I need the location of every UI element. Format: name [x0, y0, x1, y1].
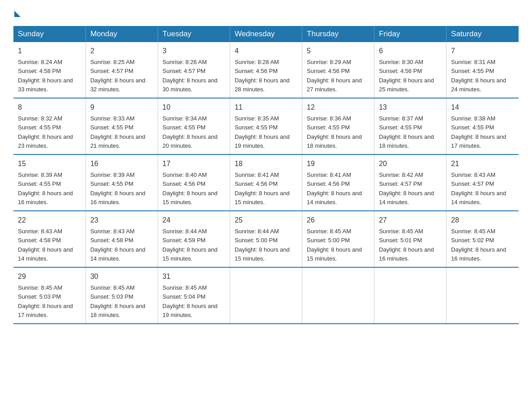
- day-number: 11: [235, 102, 297, 113]
- day-cell-20: 20Sunrise: 8:42 AMSunset: 4:57 PMDayligh…: [374, 154, 446, 211]
- day-info: Sunrise: 8:44 AMSunset: 5:00 PMDaylight:…: [235, 228, 290, 262]
- day-info: Sunrise: 8:35 AMSunset: 4:55 PMDaylight:…: [235, 115, 290, 149]
- day-info: Sunrise: 8:26 AMSunset: 4:57 PMDaylight:…: [163, 59, 218, 93]
- empty-cell: [230, 267, 302, 324]
- day-info: Sunrise: 8:36 AMSunset: 4:55 PMDaylight:…: [307, 115, 362, 149]
- header-wednesday: Wednesday: [230, 26, 302, 42]
- day-number: 5: [307, 46, 369, 56]
- empty-cell: [446, 267, 519, 324]
- day-number: 10: [163, 102, 225, 113]
- day-cell-3: 3Sunrise: 8:26 AMSunset: 4:57 PMDaylight…: [158, 42, 230, 98]
- day-info: Sunrise: 8:43 AMSunset: 4:57 PMDaylight:…: [451, 171, 506, 206]
- day-cell-12: 12Sunrise: 8:36 AMSunset: 4:55 PMDayligh…: [302, 98, 374, 154]
- day-info: Sunrise: 8:31 AMSunset: 4:55 PMDaylight:…: [451, 59, 506, 93]
- day-cell-23: 23Sunrise: 8:43 AMSunset: 4:58 PMDayligh…: [86, 211, 158, 267]
- day-info: Sunrise: 8:32 AMSunset: 4:55 PMDaylight:…: [18, 115, 73, 149]
- day-number: 17: [163, 158, 225, 169]
- day-number: 30: [90, 271, 153, 282]
- day-number: 23: [90, 215, 153, 226]
- day-info: Sunrise: 8:43 AMSunset: 4:58 PMDaylight:…: [18, 228, 73, 262]
- day-info: Sunrise: 8:45 AMSunset: 5:02 PMDaylight:…: [451, 228, 506, 262]
- day-cell-27: 27Sunrise: 8:45 AMSunset: 5:01 PMDayligh…: [374, 211, 446, 267]
- day-number: 14: [451, 102, 514, 113]
- header-saturday: Saturday: [446, 26, 519, 42]
- day-info: Sunrise: 8:25 AMSunset: 4:57 PMDaylight:…: [90, 59, 146, 93]
- day-info: Sunrise: 8:45 AMSunset: 5:00 PMDaylight:…: [307, 228, 362, 262]
- day-cell-15: 15Sunrise: 8:39 AMSunset: 4:55 PMDayligh…: [13, 154, 86, 211]
- header-monday: Monday: [86, 26, 158, 42]
- day-info: Sunrise: 8:39 AMSunset: 4:55 PMDaylight:…: [18, 171, 73, 206]
- calendar-table: SundayMondayTuesdayWednesdayThursdayFrid…: [13, 26, 519, 324]
- day-number: 20: [379, 158, 442, 169]
- day-info: Sunrise: 8:41 AMSunset: 4:56 PMDaylight:…: [307, 171, 362, 206]
- day-cell-17: 17Sunrise: 8:40 AMSunset: 4:56 PMDayligh…: [158, 154, 230, 211]
- day-info: Sunrise: 8:45 AMSunset: 5:03 PMDaylight:…: [90, 284, 146, 318]
- day-info: Sunrise: 8:28 AMSunset: 4:56 PMDaylight:…: [235, 59, 290, 93]
- day-cell-30: 30Sunrise: 8:45 AMSunset: 5:03 PMDayligh…: [86, 267, 158, 324]
- logo: [13, 9, 21, 17]
- header-friday: Friday: [374, 26, 446, 42]
- day-cell-18: 18Sunrise: 8:41 AMSunset: 4:56 PMDayligh…: [230, 154, 302, 211]
- day-info: Sunrise: 8:42 AMSunset: 4:57 PMDaylight:…: [379, 171, 434, 206]
- day-number: 3: [163, 46, 225, 56]
- day-number: 2: [90, 46, 153, 56]
- day-number: 6: [379, 46, 442, 56]
- day-cell-26: 26Sunrise: 8:45 AMSunset: 5:00 PMDayligh…: [302, 211, 374, 267]
- day-cell-13: 13Sunrise: 8:37 AMSunset: 4:55 PMDayligh…: [374, 98, 446, 154]
- day-cell-22: 22Sunrise: 8:43 AMSunset: 4:58 PMDayligh…: [13, 211, 86, 267]
- empty-cell: [374, 267, 446, 324]
- day-info: Sunrise: 8:39 AMSunset: 4:55 PMDaylight:…: [90, 171, 146, 206]
- day-cell-7: 7Sunrise: 8:31 AMSunset: 4:55 PMDaylight…: [446, 42, 519, 98]
- empty-cell: [302, 267, 374, 324]
- day-number: 25: [235, 215, 297, 226]
- day-cell-31: 31Sunrise: 8:45 AMSunset: 5:04 PMDayligh…: [158, 267, 230, 324]
- day-number: 12: [307, 102, 369, 113]
- day-info: Sunrise: 8:44 AMSunset: 4:59 PMDaylight:…: [163, 228, 218, 262]
- day-number: 27: [379, 215, 442, 226]
- day-info: Sunrise: 8:33 AMSunset: 4:55 PMDaylight:…: [90, 115, 146, 149]
- week-row-3: 15Sunrise: 8:39 AMSunset: 4:55 PMDayligh…: [13, 154, 519, 211]
- day-number: 8: [18, 102, 81, 113]
- day-cell-11: 11Sunrise: 8:35 AMSunset: 4:55 PMDayligh…: [230, 98, 302, 154]
- week-row-2: 8Sunrise: 8:32 AMSunset: 4:55 PMDaylight…: [13, 98, 519, 154]
- day-info: Sunrise: 8:43 AMSunset: 4:58 PMDaylight:…: [90, 228, 146, 262]
- day-cell-29: 29Sunrise: 8:45 AMSunset: 5:03 PMDayligh…: [13, 267, 86, 324]
- day-cell-14: 14Sunrise: 8:38 AMSunset: 4:55 PMDayligh…: [446, 98, 519, 154]
- day-info: Sunrise: 8:24 AMSunset: 4:58 PMDaylight:…: [18, 59, 73, 93]
- day-info: Sunrise: 8:45 AMSunset: 5:03 PMDaylight:…: [18, 284, 73, 318]
- day-number: 1: [18, 46, 81, 56]
- day-number: 21: [451, 158, 514, 169]
- day-number: 22: [18, 215, 81, 226]
- week-row-1: 1Sunrise: 8:24 AMSunset: 4:58 PMDaylight…: [13, 42, 519, 98]
- day-info: Sunrise: 8:41 AMSunset: 4:56 PMDaylight:…: [235, 171, 290, 206]
- header-thursday: Thursday: [302, 26, 374, 42]
- day-info: Sunrise: 8:45 AMSunset: 5:04 PMDaylight:…: [163, 284, 218, 318]
- day-number: 28: [451, 215, 514, 226]
- day-info: Sunrise: 8:30 AMSunset: 4:56 PMDaylight:…: [379, 59, 434, 93]
- header-tuesday: Tuesday: [158, 26, 230, 42]
- day-cell-1: 1Sunrise: 8:24 AMSunset: 4:58 PMDaylight…: [13, 42, 86, 98]
- day-number: 29: [18, 271, 81, 282]
- day-number: 4: [235, 46, 297, 56]
- day-number: 7: [451, 46, 514, 56]
- day-number: 16: [90, 158, 153, 169]
- day-number: 9: [90, 102, 153, 113]
- day-number: 26: [307, 215, 369, 226]
- day-cell-6: 6Sunrise: 8:30 AMSunset: 4:56 PMDaylight…: [374, 42, 446, 98]
- day-cell-28: 28Sunrise: 8:45 AMSunset: 5:02 PMDayligh…: [446, 211, 519, 267]
- day-cell-2: 2Sunrise: 8:25 AMSunset: 4:57 PMDaylight…: [86, 42, 158, 98]
- logo-arrow-icon: [14, 11, 21, 17]
- day-info: Sunrise: 8:37 AMSunset: 4:55 PMDaylight:…: [379, 115, 434, 149]
- day-number: 13: [379, 102, 442, 113]
- week-row-4: 22Sunrise: 8:43 AMSunset: 4:58 PMDayligh…: [13, 211, 519, 267]
- day-cell-19: 19Sunrise: 8:41 AMSunset: 4:56 PMDayligh…: [302, 154, 374, 211]
- day-cell-24: 24Sunrise: 8:44 AMSunset: 4:59 PMDayligh…: [158, 211, 230, 267]
- day-cell-5: 5Sunrise: 8:29 AMSunset: 4:56 PMDaylight…: [302, 42, 374, 98]
- day-number: 24: [163, 215, 225, 226]
- days-header-row: SundayMondayTuesdayWednesdayThursdayFrid…: [13, 26, 519, 42]
- day-info: Sunrise: 8:38 AMSunset: 4:55 PMDaylight:…: [451, 115, 506, 149]
- day-cell-9: 9Sunrise: 8:33 AMSunset: 4:55 PMDaylight…: [86, 98, 158, 154]
- day-cell-8: 8Sunrise: 8:32 AMSunset: 4:55 PMDaylight…: [13, 98, 86, 154]
- day-number: 18: [235, 158, 297, 169]
- day-number: 19: [307, 158, 369, 169]
